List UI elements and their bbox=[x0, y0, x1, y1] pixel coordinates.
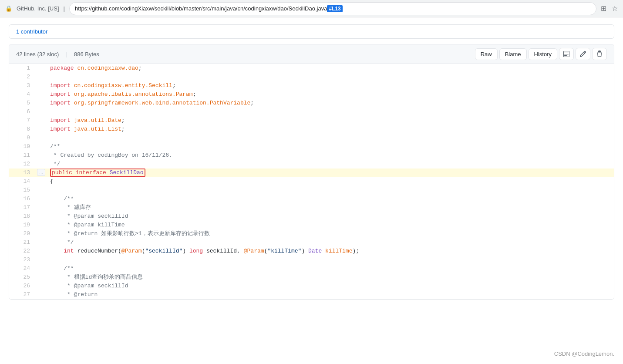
code-content bbox=[48, 186, 614, 195]
line-number: 6 bbox=[9, 108, 35, 116]
table-row: 25 * 根据id查询秒杀的商品信息 bbox=[9, 273, 614, 282]
blame-button[interactable]: Blame bbox=[499, 48, 527, 60]
table-row: 14 { bbox=[9, 177, 614, 186]
line-number: 2 bbox=[9, 73, 35, 81]
code-content: * Created by codingBoy on 16/11/26. bbox=[48, 151, 614, 160]
code-content: * @param seckillId bbox=[48, 212, 614, 221]
size-info: 886 Bytes bbox=[74, 51, 99, 57]
line-actions bbox=[35, 116, 48, 125]
line-actions bbox=[35, 186, 48, 195]
table-row: 16 /** bbox=[9, 195, 614, 203]
file-header: 42 lines (32 sloc) | 886 Bytes Raw Blame… bbox=[9, 44, 614, 64]
table-row-highlighted: 13 ... public interface SeckillDao bbox=[9, 169, 614, 177]
table-row: 15 bbox=[9, 186, 614, 195]
info-separator: | bbox=[66, 51, 67, 57]
contributor-bar: 1 contributor bbox=[9, 24, 614, 39]
code-content: * @param killTime bbox=[48, 221, 614, 229]
table-row: 5 import org.springframework.web.bind.an… bbox=[9, 99, 614, 108]
line-number: 9 bbox=[9, 134, 35, 142]
lock-icon: 🔒 bbox=[5, 5, 12, 12]
url-hash: #L13 bbox=[327, 5, 342, 12]
code-content-highlighted: public interface SeckillDao bbox=[48, 169, 614, 177]
translate-icon[interactable]: ⊞ bbox=[601, 4, 606, 13]
table-row: 24 /** bbox=[9, 264, 614, 273]
url-separator: | bbox=[64, 5, 65, 12]
table-row: 21 */ bbox=[9, 238, 614, 247]
line-actions bbox=[35, 221, 48, 229]
table-row: 3 import cn.codingxiaxw.entity.Seckill; bbox=[9, 81, 614, 90]
bookmark-icon[interactable]: ☆ bbox=[612, 4, 618, 13]
line-number: 19 bbox=[9, 221, 35, 229]
line-number: 5 bbox=[9, 99, 35, 108]
file-info: 42 lines (32 sloc) | 886 Bytes bbox=[16, 51, 99, 57]
line-number: 21 bbox=[9, 238, 35, 247]
line-number: 20 bbox=[9, 229, 35, 238]
table-row: 7 import java.util.Date; bbox=[9, 116, 614, 125]
line-number: 7 bbox=[9, 116, 35, 125]
delete-button[interactable] bbox=[592, 48, 607, 60]
line-number: 1 bbox=[9, 64, 35, 73]
code-content: /** bbox=[48, 264, 614, 273]
line-number: 17 bbox=[9, 203, 35, 212]
line-number: 22 bbox=[9, 247, 35, 256]
line-number: 23 bbox=[9, 256, 35, 264]
address-bar[interactable]: https://github.com/codingXiaxw/seckill/b… bbox=[69, 2, 596, 15]
line-actions bbox=[35, 90, 48, 99]
code-content bbox=[48, 256, 614, 264]
line-number: 18 bbox=[9, 212, 35, 221]
table-row: 6 bbox=[9, 108, 614, 116]
code-content bbox=[48, 73, 614, 81]
browser-bar: 🔒 GitHub, Inc. [US] | https://github.com… bbox=[0, 0, 623, 17]
line-number: 26 bbox=[9, 282, 35, 290]
line-number: 25 bbox=[9, 273, 35, 282]
line-actions bbox=[35, 64, 48, 73]
line-number: 16 bbox=[9, 195, 35, 203]
code-content: import java.util.List; bbox=[48, 125, 614, 134]
code-content: import org.springframework.web.bind.anno… bbox=[48, 99, 614, 108]
line-actions bbox=[35, 177, 48, 186]
code-content: * @return 如果影响行数>1，表示更新库存的记录行数 bbox=[48, 229, 614, 238]
lines-info: 42 lines (32 sloc) bbox=[16, 51, 59, 57]
line-actions-expand[interactable]: ... bbox=[35, 169, 48, 177]
line-actions bbox=[35, 247, 48, 256]
line-number: 13 bbox=[9, 169, 35, 177]
code-content: int reduceNumber(@Param("seckillId") lon… bbox=[48, 247, 614, 256]
line-actions bbox=[35, 203, 48, 212]
line-number: 15 bbox=[9, 186, 35, 195]
display-mode-button[interactable] bbox=[559, 48, 574, 60]
contributor-count-link[interactable]: 1 contributor bbox=[16, 28, 47, 35]
code-content: */ bbox=[48, 160, 614, 169]
code-content bbox=[48, 108, 614, 116]
table-row: 20 * @return 如果影响行数>1，表示更新库存的记录行数 bbox=[9, 229, 614, 238]
line-actions bbox=[35, 108, 48, 116]
code-content: import java.util.Date; bbox=[48, 116, 614, 125]
table-row: 19 * @param killTime bbox=[9, 221, 614, 229]
code-content: /** bbox=[48, 195, 614, 203]
line-number: 4 bbox=[9, 90, 35, 99]
code-content: * 减库存 bbox=[48, 203, 614, 212]
code-content: * @return bbox=[48, 290, 614, 299]
edit-button[interactable] bbox=[576, 48, 590, 60]
line-actions bbox=[35, 273, 48, 282]
code-content: * @param seckillId bbox=[48, 282, 614, 290]
raw-button[interactable]: Raw bbox=[475, 48, 498, 60]
code-content: import org.apache.ibatis.annotations.Par… bbox=[48, 90, 614, 99]
line-actions bbox=[35, 142, 48, 151]
table-row: 23 bbox=[9, 256, 614, 264]
line-actions bbox=[35, 73, 48, 81]
table-row: 27 * @return bbox=[9, 290, 614, 299]
line-number: 24 bbox=[9, 264, 35, 273]
table-row: 11 * Created by codingBoy on 16/11/26. bbox=[9, 151, 614, 160]
code-content: import cn.codingxiaxw.entity.Seckill; bbox=[48, 81, 614, 90]
code-content: * 根据id查询秒杀的商品信息 bbox=[48, 273, 614, 282]
line-number: 14 bbox=[9, 177, 35, 186]
line-expand-button[interactable]: ... bbox=[37, 169, 45, 176]
url-text: https://github.com/codingXiaxw/seckill/b… bbox=[75, 5, 591, 12]
line-number: 8 bbox=[9, 125, 35, 134]
table-row: 18 * @param seckillId bbox=[9, 212, 614, 221]
line-actions bbox=[35, 195, 48, 203]
line-number: 3 bbox=[9, 81, 35, 90]
page-content: 1 contributor 42 lines (32 sloc) | 886 B… bbox=[0, 17, 623, 307]
code-content: */ bbox=[48, 238, 614, 247]
history-button[interactable]: History bbox=[529, 48, 557, 60]
